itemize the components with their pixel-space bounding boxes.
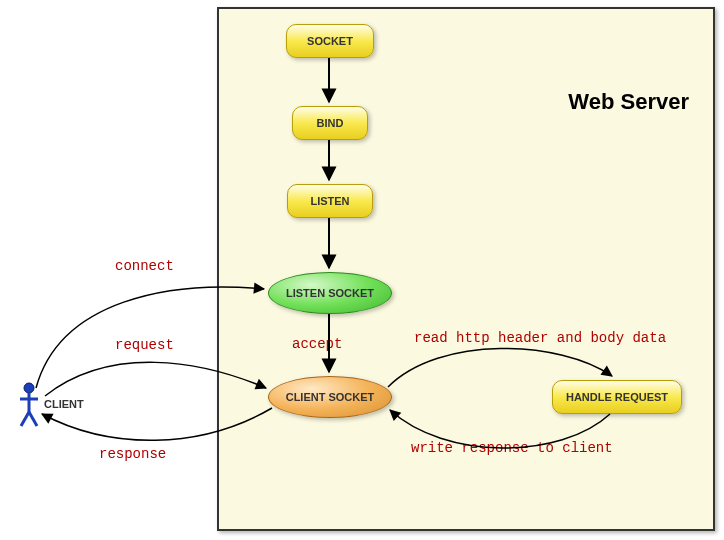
svg-point-0 xyxy=(24,383,34,393)
node-listen: LISTEN xyxy=(287,184,373,218)
server-title: Web Server xyxy=(568,89,689,115)
label-response: response xyxy=(99,446,166,462)
node-socket: SOCKET xyxy=(286,24,374,58)
client-label: CLIENT xyxy=(44,398,84,410)
svg-line-3 xyxy=(21,412,29,426)
client-actor-icon xyxy=(18,382,40,432)
label-accept: accept xyxy=(292,336,342,352)
node-bind: BIND xyxy=(292,106,368,140)
node-handle-request: HANDLE REQUEST xyxy=(552,380,682,414)
node-listen-socket: LISTEN SOCKET xyxy=(268,272,392,314)
label-write: write response to client xyxy=(411,440,613,456)
label-read: read http header and body data xyxy=(414,330,666,346)
node-client-socket: CLIENT SOCKET xyxy=(268,376,392,418)
label-connect: connect xyxy=(115,258,174,274)
svg-line-4 xyxy=(29,412,37,426)
label-request: request xyxy=(115,337,174,353)
